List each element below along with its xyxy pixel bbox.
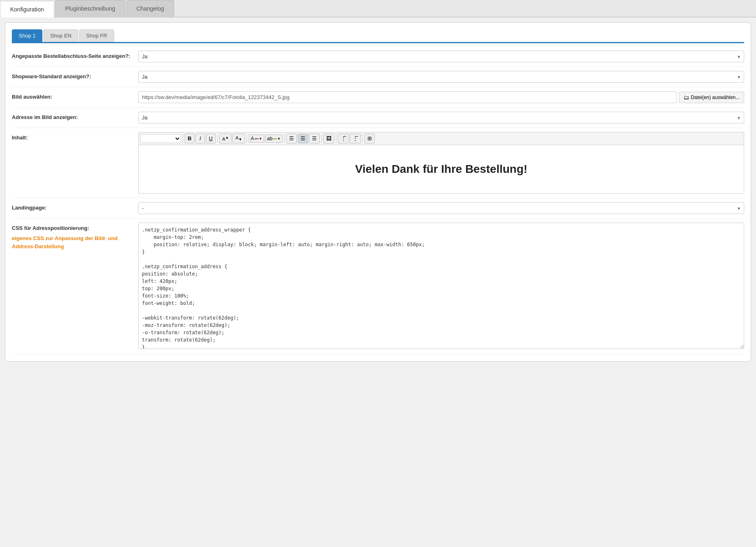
toolbar-list-ordered-button[interactable]: ⋮̅ [338, 134, 349, 143]
font-color-arrow: ▼ [259, 137, 262, 141]
select-field2[interactable]: Ja [138, 71, 744, 83]
toolbar-align-right-button[interactable]: ☰ [309, 134, 320, 143]
form-row-5: Inhalt: B I U A▲ A▼ A [12, 128, 744, 198]
form-row-2: Shopware-Standard anzeigen?: Ja [12, 67, 744, 87]
bg-color-swatch [273, 138, 277, 139]
label-field4: Adresse im Bild anzeigen: [12, 112, 138, 120]
label-field6: Landingpage: [12, 202, 138, 211]
sep-7 [363, 135, 363, 143]
toolbar-font-color-button[interactable]: A ▼ [249, 135, 264, 143]
form-row-6: Landingpage: - [12, 198, 744, 218]
editor-toolbar: B I U A▲ A▼ A ▼ ab ▼ [138, 132, 744, 145]
bg-color-arrow: ▼ [277, 137, 281, 141]
bg-color-letter: ab [267, 136, 272, 141]
editor-content-area[interactable]: Vielen Dank für Ihre Bestellung! [138, 145, 744, 194]
label-field2: Shopware-Standard anzeigen?: [12, 71, 138, 79]
sep-3 [247, 135, 247, 143]
css-textarea[interactable] [138, 223, 744, 349]
form-row-1: Angepasste Bestellabschluss-Seite anzeig… [12, 46, 744, 67]
sep-5 [321, 135, 322, 143]
toolbar-align-left-button[interactable]: ☰ [286, 134, 297, 143]
select-field1[interactable]: Ja [138, 51, 744, 62]
toolbar-image-button[interactable]: 🖼 [323, 134, 334, 143]
control-field6: - [138, 202, 744, 214]
file-button-label: Datei(en) auswählen... [691, 95, 740, 100]
control-field7 [138, 223, 744, 350]
toolbar-superscript-button[interactable]: A▲ [219, 134, 232, 143]
label-field5: Inhalt: [12, 132, 138, 141]
form-section: Angepasste Bestellabschluss-Seite anzeig… [12, 46, 744, 355]
select-wrapper-field1: Ja [138, 51, 744, 62]
file-path-input[interactable] [138, 91, 676, 103]
shop-tab-bar: Shop 1 Shop EN Shop FR [12, 29, 744, 43]
form-row-4: Adresse im Bild anzeigen: Ja [12, 108, 744, 128]
control-field5: B I U A▲ A▼ A ▼ ab ▼ [138, 132, 744, 194]
select-wrapper-field2: Ja [138, 71, 744, 83]
font-color-letter: A [251, 136, 254, 141]
select-field4[interactable]: Ja [138, 112, 744, 124]
shop-tab-fr[interactable]: Shop FR [79, 29, 114, 42]
tab-changelog[interactable]: Changelog [126, 0, 175, 17]
select-wrapper-field6: - [138, 202, 744, 214]
toolbar-code-button[interactable]: ⊞ [365, 134, 375, 143]
label-field1: Angepasste Bestellabschluss-Seite anzeig… [12, 51, 138, 59]
tab-konfiguration[interactable]: Konfiguration [0, 1, 54, 18]
tab-pluginbeschreibung[interactable]: Pluginbeschreibung [55, 0, 126, 17]
shop-tab-en[interactable]: Shop EN [43, 29, 78, 42]
font-color-swatch [254, 138, 259, 139]
label-field7: CSS für Adresspositionierung: eigenes CS… [12, 223, 138, 250]
top-tab-bar: Konfiguration Pluginbeschreibung Changel… [0, 0, 756, 18]
control-field2: Ja [138, 71, 744, 83]
folder-icon: 🗂 [683, 94, 689, 101]
css-label-title: CSS für Adresspositionierung: [12, 225, 134, 231]
toolbar-subscript-button[interactable]: A▼ [232, 134, 245, 143]
main-panel: Shop 1 Shop EN Shop FR Angepasste Bestel… [5, 22, 751, 362]
sep-6 [336, 135, 336, 143]
select-wrapper-field4: Ja [138, 112, 744, 124]
shop-tab-1[interactable]: Shop 1 [12, 29, 42, 42]
toolbar-align-center-button[interactable]: ☰ [298, 134, 308, 143]
control-field3: 🗂 Datei(en) auswählen... [138, 91, 744, 103]
toolbar-underline-button[interactable]: U [206, 134, 216, 143]
form-row-7: CSS für Adresspositionierung: eigenes CS… [12, 218, 744, 355]
toolbar-bg-color-button[interactable]: ab ▼ [265, 135, 283, 143]
css-label-hint: eigenes CSS zur Anpassung der Bild- und … [12, 234, 134, 250]
label-field3: Bild auswählen: [12, 91, 138, 100]
toolbar-format-select[interactable] [140, 134, 181, 143]
toolbar-list-unordered-button[interactable]: ⋮̅ [350, 134, 361, 143]
form-row-3: Bild auswählen: 🗂 Datei(en) auswählen... [12, 87, 744, 108]
sep-4 [284, 135, 285, 143]
toolbar-bold-button[interactable]: B [185, 134, 195, 143]
sep-2 [217, 135, 218, 143]
editor-text: Vielen Dank für Ihre Bestellung! [355, 163, 528, 176]
control-field1: Ja [138, 51, 744, 62]
select-field6[interactable]: - [138, 202, 744, 214]
toolbar-italic-button[interactable]: I [195, 134, 205, 143]
file-choose-button[interactable]: 🗂 Datei(en) auswählen... [679, 92, 744, 103]
sep-1 [183, 135, 183, 143]
file-input-row: 🗂 Datei(en) auswählen... [138, 91, 744, 103]
control-field4: Ja [138, 112, 744, 124]
